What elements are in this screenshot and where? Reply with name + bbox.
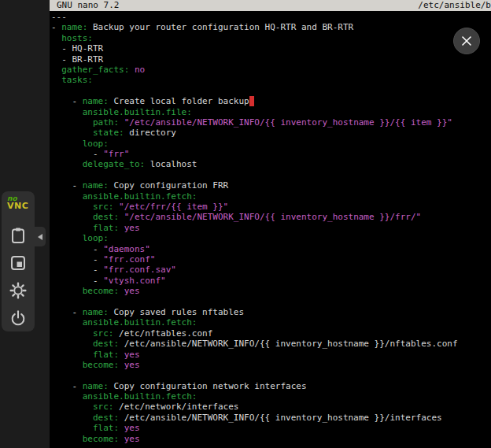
code-segment: /etc/nftables.conf — [113, 328, 212, 339]
code-segment: Copy configuration FRR — [109, 180, 228, 191]
code-segment: - BR-RTR — [51, 54, 103, 65]
code-segment: src: — [93, 328, 114, 339]
code-segment: src: — [93, 202, 114, 212]
code-segment — [51, 139, 83, 149]
editor-line: delegate_to: localhost — [51, 159, 491, 169]
code-segment: flat: — [93, 423, 119, 433]
code-segment — [51, 423, 93, 433]
code-segment: /etc/ansible/NETWORK_INFO/{{ inventory_h… — [119, 339, 457, 349]
code-segment: - — [51, 180, 83, 191]
editor-line: src: /etc/nftables.conf — [51, 328, 491, 339]
editor-line: state: directory — [51, 128, 491, 138]
code-segment — [119, 117, 124, 128]
code-segment: - — [51, 254, 103, 265]
code-segment: flat: — [93, 350, 119, 360]
editor-line: hosts: — [51, 33, 491, 43]
code-segment: "/etc/ansible/NETWORK_INFO/{{ inventory_… — [124, 117, 452, 128]
editor-line: - "daemons" — [51, 244, 491, 254]
code-segment — [51, 65, 61, 75]
code-segment: name: — [83, 180, 109, 191]
editor-line: - "frr.conf.sav" — [51, 265, 491, 275]
editor-line: ansible.builtin.fetch: — [51, 391, 491, 402]
code-segment — [51, 233, 83, 243]
code-segment — [51, 128, 93, 138]
editor-line: flat: yes — [51, 423, 491, 433]
editor-line: src: "/etc/frr/{{ item }}" — [51, 202, 491, 212]
editor-line: - name: Copy saved rules nftables — [51, 307, 491, 317]
code-segment — [51, 317, 83, 328]
gear-icon — [9, 282, 27, 299]
settings-button[interactable] — [9, 281, 28, 300]
code-segment — [51, 117, 93, 128]
code-segment: ansible.builtin.fetch: — [83, 391, 198, 402]
code-segment — [129, 65, 135, 75]
code-segment — [51, 339, 93, 349]
code-segment: gather_facts: — [61, 65, 129, 75]
code-segment: directory — [124, 128, 176, 138]
code-segment: localhost — [145, 159, 197, 169]
editor-line — [51, 297, 491, 307]
editor-line — [51, 170, 491, 180]
editor-line: - name: Copy configuration FRR — [51, 180, 491, 191]
code-segment: "/etc/ansible/NETWORK_INFO/{{ inventory_… — [124, 212, 422, 222]
code-segment: --- — [51, 12, 67, 22]
editor-line: ansible.builtin.fetch: — [51, 191, 491, 202]
code-segment: hosts: — [61, 33, 93, 43]
code-segment: - — [51, 265, 103, 275]
code-segment: yes — [124, 360, 140, 370]
vnc-screen: no VNC — [0, 0, 491, 448]
code-segment — [51, 360, 83, 370]
editor-line: ansible.builtin.fetch: — [51, 317, 491, 328]
code-segment: loop: — [83, 139, 109, 149]
code-segment: "/etc/frr/{{ item }}" — [119, 202, 228, 212]
code-segment: yes — [124, 434, 140, 444]
code-segment: - HQ-RTR — [51, 43, 103, 54]
code-segment: "daemons" — [103, 244, 150, 254]
editor-line: dest: /etc/ansible/NETWORK_INFO/{{ inven… — [51, 339, 491, 349]
control-bar-handle[interactable] — [35, 227, 46, 246]
code-segment: - — [51, 244, 103, 254]
editor-line: dest: /etc/ansible/NETWORK_INFO/{{ inven… — [51, 413, 491, 423]
code-segment: tasks: — [61, 75, 93, 85]
code-segment: ansible.builtin.fetch: — [83, 191, 198, 202]
editor-content[interactable]: ---- name: Backup your router configurat… — [51, 12, 491, 448]
power-icon — [9, 309, 27, 327]
code-segment: - — [51, 381, 83, 391]
fullscreen-button[interactable] — [9, 254, 28, 272]
code-segment: /etc/ansible/NETWORK_INFO/{{ inventory_h… — [119, 413, 442, 423]
code-segment: no — [135, 65, 145, 75]
terminal-window[interactable]: GNU nano 7.2 /etc/ansible/b ---- name: B… — [50, 0, 491, 448]
code-segment: flat: — [93, 223, 119, 233]
code-segment — [119, 212, 124, 222]
close-button[interactable] — [453, 28, 480, 54]
code-segment: become: — [83, 434, 119, 444]
code-segment: name: — [83, 381, 109, 391]
code-segment: src: — [93, 402, 114, 412]
code-segment — [119, 286, 124, 296]
editor-line: gather_facts: no — [51, 65, 491, 75]
vnc-sidebar: no VNC — [0, 0, 50, 448]
editor-line: path: "/etc/ansible/NETWORK_INFO/{{ inve… — [51, 117, 491, 128]
code-segment — [51, 107, 83, 117]
code-segment — [51, 391, 83, 402]
code-segment: Copy configuration network interfaces — [109, 381, 307, 391]
vnc-control-bar: no VNC — [2, 191, 35, 331]
close-icon — [461, 35, 472, 46]
code-segment — [51, 159, 83, 169]
clipboard-icon — [9, 227, 27, 244]
code-segment — [51, 434, 83, 444]
nano-titlebar: GNU nano 7.2 /etc/ansible/b — [50, 0, 491, 11]
editor-line: - name: Create local folder backup — [51, 96, 491, 106]
editor-line — [51, 86, 491, 96]
clipboard-button[interactable] — [9, 226, 28, 245]
code-segment — [51, 413, 93, 423]
power-button[interactable] — [9, 309, 28, 328]
editor-line: - "frr" — [51, 149, 491, 159]
code-segment: "frr" — [103, 149, 129, 159]
code-segment: state: — [93, 128, 124, 138]
nano-version: GNU nano 7.2 — [57, 0, 119, 11]
editor-line: flat: yes — [51, 350, 491, 360]
code-segment — [51, 191, 83, 202]
code-segment — [51, 75, 61, 85]
code-segment: loop: — [83, 233, 109, 243]
